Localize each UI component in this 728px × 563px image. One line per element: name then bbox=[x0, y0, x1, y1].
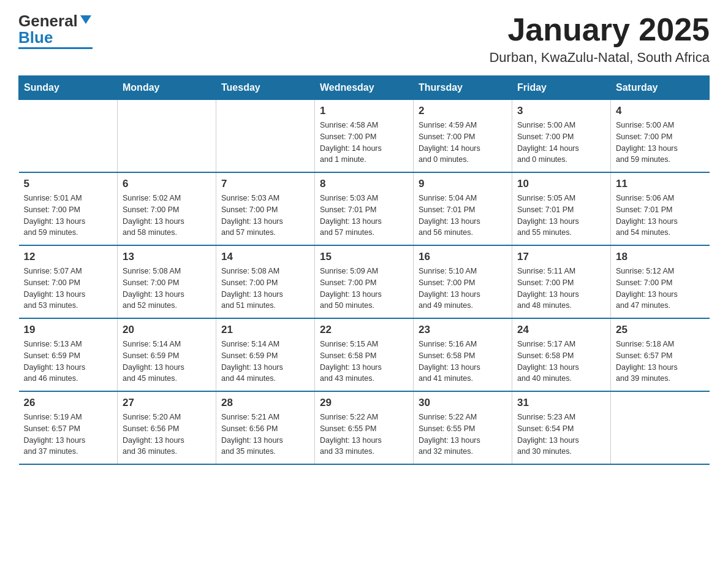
table-row bbox=[611, 391, 710, 464]
day-number: 17 bbox=[517, 251, 605, 263]
day-info: Sunrise: 5:23 AM Sunset: 6:54 PM Dayligh… bbox=[517, 412, 605, 458]
day-number: 12 bbox=[24, 251, 113, 263]
day-number: 5 bbox=[24, 178, 113, 190]
day-info: Sunrise: 5:13 AM Sunset: 6:59 PM Dayligh… bbox=[24, 339, 113, 385]
table-row: 30Sunrise: 5:22 AM Sunset: 6:55 PM Dayli… bbox=[414, 391, 512, 464]
day-number: 30 bbox=[419, 397, 507, 409]
day-number: 23 bbox=[419, 324, 507, 336]
table-row: 19Sunrise: 5:13 AM Sunset: 6:59 PM Dayli… bbox=[19, 318, 118, 391]
day-number: 28 bbox=[221, 397, 309, 409]
day-number: 11 bbox=[616, 178, 705, 190]
calendar-table: Sunday Monday Tuesday Wednesday Thursday… bbox=[18, 75, 710, 465]
table-row: 31Sunrise: 5:23 AM Sunset: 6:54 PM Dayli… bbox=[512, 391, 611, 464]
svg-marker-0 bbox=[80, 15, 91, 24]
day-number: 4 bbox=[616, 105, 705, 117]
table-row: 23Sunrise: 5:16 AM Sunset: 6:58 PM Dayli… bbox=[414, 318, 512, 391]
calendar-week-row: 26Sunrise: 5:19 AM Sunset: 6:57 PM Dayli… bbox=[19, 391, 710, 464]
day-info: Sunrise: 5:11 AM Sunset: 7:00 PM Dayligh… bbox=[517, 266, 605, 312]
table-row bbox=[19, 100, 118, 173]
day-number: 10 bbox=[517, 178, 605, 190]
day-number: 31 bbox=[517, 397, 605, 409]
table-row: 14Sunrise: 5:08 AM Sunset: 7:00 PM Dayli… bbox=[216, 245, 315, 318]
day-info: Sunrise: 5:15 AM Sunset: 6:58 PM Dayligh… bbox=[320, 339, 408, 385]
day-number: 16 bbox=[419, 251, 507, 263]
day-number: 14 bbox=[221, 251, 309, 263]
day-info: Sunrise: 5:09 AM Sunset: 7:00 PM Dayligh… bbox=[320, 266, 408, 312]
day-number: 21 bbox=[221, 324, 309, 336]
col-friday: Friday bbox=[512, 76, 611, 100]
table-row: 29Sunrise: 5:22 AM Sunset: 6:55 PM Dayli… bbox=[315, 391, 414, 464]
calendar-title: January 2025 bbox=[489, 12, 710, 47]
table-row: 9Sunrise: 5:04 AM Sunset: 7:01 PM Daylig… bbox=[414, 172, 512, 245]
day-info: Sunrise: 5:05 AM Sunset: 7:01 PM Dayligh… bbox=[517, 193, 605, 239]
calendar-week-row: 1Sunrise: 4:58 AM Sunset: 7:00 PM Daylig… bbox=[19, 100, 710, 173]
table-row: 22Sunrise: 5:15 AM Sunset: 6:58 PM Dayli… bbox=[315, 318, 414, 391]
day-info: Sunrise: 5:03 AM Sunset: 7:01 PM Dayligh… bbox=[320, 193, 408, 239]
day-number: 13 bbox=[123, 251, 211, 263]
table-row: 7Sunrise: 5:03 AM Sunset: 7:00 PM Daylig… bbox=[216, 172, 315, 245]
day-info: Sunrise: 5:10 AM Sunset: 7:00 PM Dayligh… bbox=[419, 266, 507, 312]
day-info: Sunrise: 5:19 AM Sunset: 6:57 PM Dayligh… bbox=[24, 412, 113, 458]
day-info: Sunrise: 4:59 AM Sunset: 7:00 PM Dayligh… bbox=[419, 120, 507, 166]
day-info: Sunrise: 5:01 AM Sunset: 7:00 PM Dayligh… bbox=[24, 193, 113, 239]
day-number: 8 bbox=[320, 178, 408, 190]
calendar-subtitle: Durban, KwaZulu-Natal, South Africa bbox=[489, 50, 710, 66]
table-row bbox=[118, 100, 216, 173]
table-row: 11Sunrise: 5:06 AM Sunset: 7:01 PM Dayli… bbox=[611, 172, 710, 245]
page-header: General Blue January 2025 Durban, KwaZul… bbox=[18, 12, 710, 66]
table-row: 12Sunrise: 5:07 AM Sunset: 7:00 PM Dayli… bbox=[19, 245, 118, 318]
day-info: Sunrise: 5:12 AM Sunset: 7:00 PM Dayligh… bbox=[616, 266, 705, 312]
day-number: 19 bbox=[24, 324, 113, 336]
table-row: 1Sunrise: 4:58 AM Sunset: 7:00 PM Daylig… bbox=[315, 100, 414, 173]
day-info: Sunrise: 5:22 AM Sunset: 6:55 PM Dayligh… bbox=[320, 412, 408, 458]
table-row: 16Sunrise: 5:10 AM Sunset: 7:00 PM Dayli… bbox=[414, 245, 512, 318]
calendar-week-row: 12Sunrise: 5:07 AM Sunset: 7:00 PM Dayli… bbox=[19, 245, 710, 318]
day-info: Sunrise: 5:08 AM Sunset: 7:00 PM Dayligh… bbox=[221, 266, 309, 312]
day-number: 9 bbox=[419, 178, 507, 190]
day-number: 6 bbox=[123, 178, 211, 190]
day-info: Sunrise: 5:00 AM Sunset: 7:00 PM Dayligh… bbox=[517, 120, 605, 166]
col-thursday: Thursday bbox=[414, 76, 512, 100]
day-info: Sunrise: 5:20 AM Sunset: 6:56 PM Dayligh… bbox=[123, 412, 211, 458]
day-info: Sunrise: 5:21 AM Sunset: 6:56 PM Dayligh… bbox=[221, 412, 309, 458]
calendar-week-row: 5Sunrise: 5:01 AM Sunset: 7:00 PM Daylig… bbox=[19, 172, 710, 245]
day-info: Sunrise: 5:08 AM Sunset: 7:00 PM Dayligh… bbox=[123, 266, 211, 312]
col-saturday: Saturday bbox=[611, 76, 710, 100]
table-row: 8Sunrise: 5:03 AM Sunset: 7:01 PM Daylig… bbox=[315, 172, 414, 245]
day-number: 3 bbox=[517, 105, 605, 117]
table-row: 27Sunrise: 5:20 AM Sunset: 6:56 PM Dayli… bbox=[118, 391, 216, 464]
day-info: Sunrise: 5:17 AM Sunset: 6:58 PM Dayligh… bbox=[517, 339, 605, 385]
day-info: Sunrise: 5:14 AM Sunset: 6:59 PM Dayligh… bbox=[221, 339, 309, 385]
day-info: Sunrise: 5:03 AM Sunset: 7:00 PM Dayligh… bbox=[221, 193, 309, 239]
table-row: 20Sunrise: 5:14 AM Sunset: 6:59 PM Dayli… bbox=[118, 318, 216, 391]
day-info: Sunrise: 5:16 AM Sunset: 6:58 PM Dayligh… bbox=[419, 339, 507, 385]
day-number: 22 bbox=[320, 324, 408, 336]
day-number: 18 bbox=[616, 251, 705, 263]
day-number: 27 bbox=[123, 397, 211, 409]
table-row: 13Sunrise: 5:08 AM Sunset: 7:00 PM Dayli… bbox=[118, 245, 216, 318]
day-number: 2 bbox=[419, 105, 507, 117]
table-row: 26Sunrise: 5:19 AM Sunset: 6:57 PM Dayli… bbox=[19, 391, 118, 464]
day-info: Sunrise: 5:14 AM Sunset: 6:59 PM Dayligh… bbox=[123, 339, 211, 385]
table-row: 2Sunrise: 4:59 AM Sunset: 7:00 PM Daylig… bbox=[414, 100, 512, 173]
day-number: 26 bbox=[24, 397, 113, 409]
day-number: 1 bbox=[320, 105, 408, 117]
day-info: Sunrise: 5:22 AM Sunset: 6:55 PM Dayligh… bbox=[419, 412, 507, 458]
logo-underline bbox=[18, 47, 93, 49]
col-sunday: Sunday bbox=[19, 76, 118, 100]
day-number: 7 bbox=[221, 178, 309, 190]
day-info: Sunrise: 4:58 AM Sunset: 7:00 PM Dayligh… bbox=[320, 120, 408, 166]
day-info: Sunrise: 5:06 AM Sunset: 7:01 PM Dayligh… bbox=[616, 193, 705, 239]
calendar-header-row: Sunday Monday Tuesday Wednesday Thursday… bbox=[19, 76, 710, 100]
calendar-week-row: 19Sunrise: 5:13 AM Sunset: 6:59 PM Dayli… bbox=[19, 318, 710, 391]
day-number: 24 bbox=[517, 324, 605, 336]
day-info: Sunrise: 5:04 AM Sunset: 7:01 PM Dayligh… bbox=[419, 193, 507, 239]
table-row: 24Sunrise: 5:17 AM Sunset: 6:58 PM Dayli… bbox=[512, 318, 611, 391]
table-row: 21Sunrise: 5:14 AM Sunset: 6:59 PM Dayli… bbox=[216, 318, 315, 391]
day-info: Sunrise: 5:00 AM Sunset: 7:00 PM Dayligh… bbox=[616, 120, 705, 166]
day-number: 29 bbox=[320, 397, 408, 409]
col-monday: Monday bbox=[118, 76, 216, 100]
day-info: Sunrise: 5:07 AM Sunset: 7:00 PM Dayligh… bbox=[24, 266, 113, 312]
table-row: 18Sunrise: 5:12 AM Sunset: 7:00 PM Dayli… bbox=[611, 245, 710, 318]
day-info: Sunrise: 5:18 AM Sunset: 6:57 PM Dayligh… bbox=[616, 339, 705, 385]
